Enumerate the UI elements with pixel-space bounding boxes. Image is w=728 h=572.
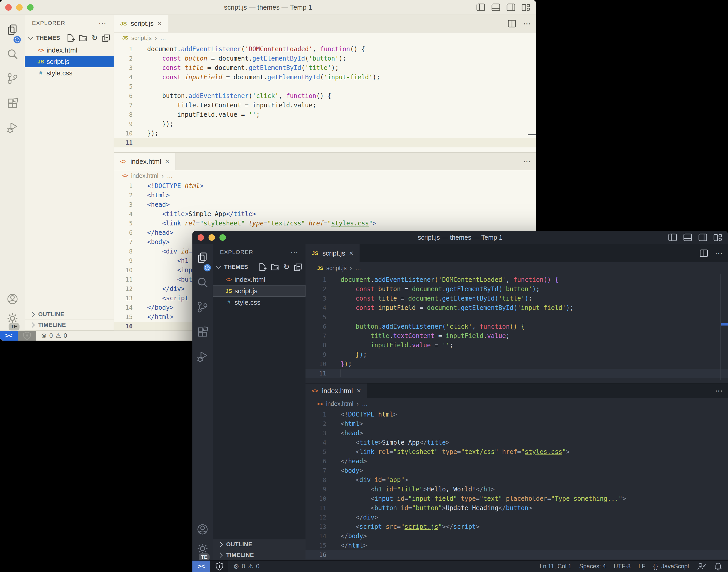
language-mode-status[interactable]: {} JavaScript (653, 563, 689, 570)
code-line[interactable]: 1<!DOCTYPE html> (305, 410, 728, 419)
code-line[interactable]: 5 (114, 82, 536, 91)
extensions-icon[interactable] (7, 91, 18, 115)
close-tab-icon[interactable]: × (357, 386, 361, 395)
tab-script-js[interactable]: JS script.js × (114, 15, 168, 32)
indentation-status[interactable]: Spaces: 4 (579, 563, 606, 570)
split-editor-icon[interactable] (508, 19, 516, 28)
code-line[interactable]: 8 inputField.value = ''; (305, 341, 728, 350)
code-line[interactable]: 1document.addEventListener('DOMContentLo… (114, 45, 536, 54)
code-line[interactable]: 5 <link rel="stylesheet" type="text/css"… (305, 447, 728, 456)
timeline-section[interactable]: TIMELINE (25, 319, 114, 331)
breadcrumb-index[interactable]: <> index.html › … (114, 170, 536, 181)
search-icon[interactable] (7, 42, 18, 66)
explorer-icon[interactable] (197, 245, 208, 270)
code-line[interactable]: 2 const button = document.getElementById… (305, 284, 728, 294)
code-line[interactable]: 13 <script src="script.js"></script> (305, 522, 728, 531)
code-line[interactable]: 11 (305, 369, 728, 378)
collapse-folders-icon[interactable] (102, 34, 110, 42)
code-line[interactable]: 12 </div> (305, 513, 728, 522)
encoding-status[interactable]: UTF-8 (613, 563, 631, 570)
code-line[interactable]: 7 title.textContent = inputField.value; (305, 331, 728, 341)
scrollbar-track[interactable] (720, 274, 721, 380)
file-item-script-js[interactable]: JS script.js (213, 285, 305, 297)
search-icon[interactable] (197, 270, 208, 295)
code-line[interactable]: 9 }); (305, 350, 728, 359)
code-line[interactable]: 2<html> (114, 191, 536, 200)
code-line[interactable]: 6 button.addEventListener('click', funct… (305, 322, 728, 331)
breadcrumb-script[interactable]: JS script.js › … (305, 262, 728, 274)
editor-more-icon[interactable]: ⋯ (523, 160, 531, 163)
run-debug-icon[interactable] (7, 115, 18, 140)
code-line[interactable]: 9 }); (114, 119, 536, 129)
code-line[interactable]: 3<head> (114, 200, 536, 209)
outline-section[interactable]: OUTLINE (25, 309, 114, 319)
file-item-index-html[interactable]: <> index.html (25, 45, 114, 56)
editor-more-icon[interactable]: ⋯ (715, 389, 723, 392)
remote-indicator[interactable]: >< (193, 561, 210, 572)
titlebar[interactable]: script.js — themes — Temp 1 (193, 231, 728, 244)
code-line[interactable]: 1<!DOCTYPE html> (114, 181, 536, 191)
close-tab-icon[interactable]: × (158, 19, 162, 28)
code-line[interactable]: 9 <h1 id="title">Hello, World!</h1> (305, 485, 728, 494)
eol-status[interactable]: LF (638, 563, 645, 570)
code-line[interactable]: 3<head> (305, 428, 728, 438)
file-item-style-css[interactable]: # style.css (25, 67, 114, 79)
editor-more-icon[interactable]: ⋯ (715, 252, 723, 255)
explorer-more-icon[interactable]: ⋯ (98, 22, 114, 24)
toggle-secondary-sidebar-icon[interactable] (698, 233, 707, 241)
file-item-index-html[interactable]: <> index.html (213, 274, 305, 285)
folder-section-header[interactable]: THEMES ↻ (25, 31, 114, 45)
toggle-secondary-sidebar-icon[interactable] (506, 3, 515, 11)
outline-section[interactable]: OUTLINE (213, 539, 305, 550)
breadcrumb-index[interactable]: <> index.html › … (305, 398, 728, 410)
code-line[interactable]: 2 const button = document.getElementById… (114, 54, 536, 63)
tab-script-js[interactable]: JS script.js × (305, 244, 360, 262)
explorer-icon[interactable] (7, 17, 18, 42)
breadcrumb-more[interactable]: … (160, 34, 166, 42)
breadcrumb-item[interactable]: index.html (131, 172, 158, 180)
close-tab-icon[interactable]: × (349, 249, 353, 258)
code-line[interactable]: 1document.addEventListener('DOMContentLo… (305, 275, 728, 284)
breadcrumb-item[interactable]: script.js (131, 34, 152, 42)
toggle-sidebar-icon[interactable] (668, 233, 677, 241)
code-line[interactable]: 15</html> (305, 541, 728, 550)
code-line[interactable]: 4 <title>Simple App</title> (114, 209, 536, 219)
new-file-icon[interactable] (258, 263, 267, 271)
close-window-button[interactable] (198, 234, 204, 241)
code-line[interactable]: 10 <input id="input-field" type="text" p… (305, 494, 728, 503)
breadcrumb-more[interactable]: … (355, 265, 361, 272)
code-line[interactable]: 4 const inputField = document.getElement… (305, 303, 728, 312)
code-line[interactable]: 8 <div id="app"> (305, 475, 728, 485)
code-line[interactable]: 4 const inputField = document.getElement… (114, 73, 536, 82)
new-file-icon[interactable] (66, 34, 75, 42)
split-editor-icon[interactable] (700, 249, 708, 258)
breadcrumb-item[interactable]: script.js (326, 265, 347, 272)
accounts-icon[interactable] (197, 520, 208, 539)
code-line[interactable]: 6 button.addEventListener('click', funct… (114, 91, 536, 100)
refresh-icon[interactable]: ↻ (283, 263, 289, 271)
code-line[interactable]: 11 <button id="button">Update Heading</b… (305, 503, 728, 513)
code-line[interactable]: 6</head> (305, 456, 728, 466)
accounts-icon[interactable] (7, 290, 18, 308)
code-line[interactable]: 3 const title = document.getElementById(… (305, 294, 728, 303)
code-line[interactable]: 10}); (305, 359, 728, 369)
source-control-icon[interactable] (197, 295, 209, 319)
minimize-window-button[interactable] (16, 4, 23, 11)
customize-layout-icon[interactable] (522, 3, 530, 11)
titlebar[interactable]: script.js — themes — Temp 1 (0, 0, 536, 15)
toggle-panel-icon[interactable] (491, 3, 500, 11)
file-item-style-css[interactable]: # style.css (213, 297, 305, 308)
refresh-icon[interactable]: ↻ (91, 34, 97, 42)
run-debug-icon[interactable] (197, 344, 208, 369)
breadcrumb-more[interactable]: … (167, 172, 173, 180)
remote-indicator[interactable]: >< (0, 331, 18, 341)
file-item-script-js[interactable]: JS script.js (25, 56, 114, 67)
code-line[interactable]: 14</body> (305, 531, 728, 541)
code-line[interactable]: 11 (114, 138, 536, 147)
source-control-icon[interactable] (6, 66, 18, 91)
editor-more-icon[interactable]: ⋯ (523, 22, 531, 25)
code-line[interactable]: 3 const title = document.getElementById(… (114, 63, 536, 73)
settings-gear-icon[interactable]: TE (7, 308, 18, 329)
folder-section-header[interactable]: THEMES ↻ (213, 260, 305, 274)
explorer-more-icon[interactable]: ⋯ (290, 251, 305, 254)
